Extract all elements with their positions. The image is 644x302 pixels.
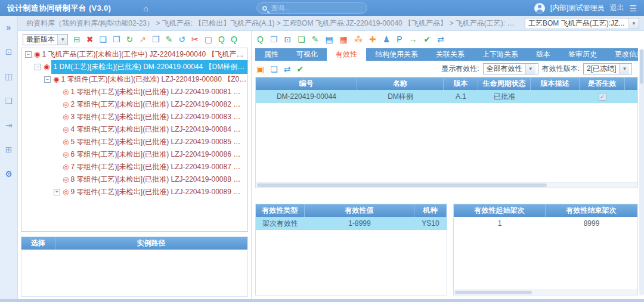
- desktop-icon[interactable]: ⊡: [5, 47, 13, 57]
- copy-add-icon[interactable]: ❐: [270, 35, 278, 44]
- forward-icon[interactable]: →: [409, 35, 417, 44]
- column-header[interactable]: 版本: [444, 77, 478, 90]
- find-in-doc-icon[interactable]: ⊡: [284, 35, 291, 44]
- select-region-icon[interactable]: ▢: [205, 35, 212, 44]
- copy-stack-icon[interactable]: ❏: [5, 96, 13, 105]
- horizontal-scrollbar[interactable]: [454, 289, 637, 295]
- column-header[interactable]: 选择: [21, 237, 55, 250]
- save-effectivity-icon[interactable]: ▣: [256, 64, 264, 74]
- column-header[interactable]: 有效性类型: [256, 204, 305, 217]
- edit-doc-icon[interactable]: ✎: [312, 35, 319, 44]
- checkbox-checked-icon[interactable]: ✓: [599, 93, 606, 101]
- column-header[interactable]: 机种: [414, 204, 447, 217]
- revert-icon[interactable]: ↺: [178, 35, 185, 44]
- user-avatar-icon[interactable]: [534, 3, 545, 14]
- export-icon[interactable]: ↗: [139, 35, 146, 44]
- paste-icon[interactable]: ❏: [298, 35, 305, 44]
- column-header[interactable]: 有效性值: [305, 204, 414, 217]
- vertical-scrollbar[interactable]: [639, 49, 644, 295]
- clipboard-icon[interactable]: ▤: [325, 35, 333, 44]
- tree-node[interactable]: −◉1 零组件(工艺)[未检出](已批准) LZJ-220419-00080 【…: [21, 73, 247, 86]
- tree-node[interactable]: ◎6 零组件(工艺)[未检出](已批准) LZJ-220419-00086 【P…: [21, 148, 247, 161]
- tree-node[interactable]: +◎9 零组件(工艺)[未检出](已批准) LZJ-220419-00089 【…: [21, 186, 247, 198]
- part-leaf-icon: ◎: [63, 123, 69, 136]
- refresh-icon[interactable]: ↻: [126, 35, 134, 44]
- add-file-icon[interactable]: ✚: [369, 35, 376, 44]
- tab-6[interactable]: 上下游关系: [473, 48, 527, 61]
- sync-icon[interactable]: ⇄: [437, 35, 444, 44]
- breadcrumb-bar: 的资料库（我的资料库/构型功能02-23） > 飞机产品: 【已检出】飞机产品(…: [18, 16, 644, 31]
- collapse-toggle-icon[interactable]: −: [44, 76, 51, 83]
- version-select[interactable]: 最新版本 ▼: [23, 34, 68, 45]
- add-effectivity-icon[interactable]: ❏: [270, 64, 278, 74]
- expand-panel-icon[interactable]: »: [7, 23, 11, 32]
- edit-icon[interactable]: ✎: [166, 35, 173, 44]
- tab-2[interactable]: 可视化: [287, 48, 327, 61]
- process-icon[interactable]: P: [397, 35, 402, 44]
- global-search-input[interactable]: 查询...: [256, 2, 367, 14]
- column-header[interactable]: 实例路径: [55, 237, 247, 250]
- bom-context-select[interactable]: 工艺BOM 飞机产品(工艺):JZ... ▼: [525, 18, 639, 29]
- transfer-icon[interactable]: ⇄: [284, 64, 291, 74]
- tab-4[interactable]: 结构使用关系: [366, 48, 427, 61]
- table-header-row: 有效性起始架次有效性结束架次: [454, 204, 637, 217]
- column-header[interactable]: 生命周期状态: [478, 77, 531, 90]
- tree-node[interactable]: ◎4 零组件(工艺)[未检出](已批准) LZJ-220419-00084 【P…: [21, 123, 247, 136]
- collapse-tree-icon[interactable]: ⊟: [73, 35, 80, 44]
- team-icon[interactable]: ♟: [383, 35, 391, 44]
- column-header[interactable]: 是否生效: [580, 77, 625, 90]
- user-settings-icon[interactable]: ⚙: [5, 169, 13, 179]
- effectivity-version-select[interactable]: 2[已冻结] ▼: [583, 63, 632, 74]
- column-header[interactable]: 有效性结束架次: [546, 204, 637, 217]
- tree-node[interactable]: ◎7 零组件(工艺)[未检出](已批准) LZJ-220419-00087 【P…: [21, 161, 247, 173]
- home-icon[interactable]: ⌂: [143, 4, 148, 13]
- tree-node[interactable]: ◎1 零组件(工艺)[未检出](已批准) LZJ-220419-00081 【P…: [21, 86, 247, 98]
- cut-icon[interactable]: ✂: [191, 35, 199, 44]
- approve-icon[interactable]: ✔: [424, 35, 431, 44]
- screen-user-icon[interactable]: ⊞: [5, 145, 13, 154]
- zoom-out-icon[interactable]: Q: [231, 35, 237, 44]
- tab-7[interactable]: 版本: [527, 48, 559, 61]
- save-as-icon[interactable]: ❐: [113, 35, 120, 44]
- logout-button[interactable]: 退出: [609, 3, 624, 13]
- horizontal-scrollbar[interactable]: [256, 182, 637, 188]
- table-row[interactable]: DM-220419-00044DM样例A.1已批准✓: [256, 90, 637, 103]
- collapse-toggle-icon[interactable]: −: [35, 64, 41, 70]
- tab-3[interactable]: 有效性: [327, 48, 366, 61]
- open-folder-icon[interactable]: ❒: [152, 35, 160, 44]
- hierarchy-icon[interactable]: ⁂: [354, 35, 363, 44]
- detail-toolbar: Q❐⊡❏✎▤▦⁂✚♟P→✔⇄: [255, 31, 638, 48]
- delete-icon[interactable]: ✖: [86, 35, 94, 44]
- menu-icon[interactable]: ☰: [629, 4, 637, 13]
- save-icon[interactable]: ▦: [340, 35, 348, 44]
- show-effectivity-select[interactable]: 全部有效性 ▼: [483, 63, 538, 74]
- table-row[interactable]: 18999: [454, 217, 637, 230]
- tree-node[interactable]: ◎2 零组件(工艺)[未检出](已批准) LZJ-220419-00082 【P…: [21, 98, 247, 111]
- column-header[interactable]: 版本描述: [531, 77, 580, 90]
- collapse-toggle-icon[interactable]: −: [25, 51, 32, 58]
- tab-1[interactable]: 属性: [255, 48, 287, 61]
- validate-icon[interactable]: ✔: [297, 64, 304, 74]
- table-row[interactable]: 架次有效性1-8999YS10: [256, 217, 447, 230]
- expand-toggle-icon[interactable]: +: [54, 189, 60, 195]
- tree-node[interactable]: ◎5 零组件(工艺)[未检出](已批准) LZJ-220419-00085 【P…: [21, 136, 247, 148]
- tree-node-label: 2 零组件(工艺)[未检出](已批准) LZJ-220419-00082 【P0…: [70, 98, 247, 111]
- column-header[interactable]: 名称: [357, 77, 444, 90]
- tree-node[interactable]: ◎8 零组件(工艺)[未检出](已批准) LZJ-220419-00088 【P…: [21, 173, 247, 186]
- package-icon[interactable]: ◫: [5, 71, 13, 81]
- tree-node[interactable]: ◎3 零组件(工艺)[未检出](已批准) LZJ-220419-00083 【P…: [21, 111, 247, 123]
- breadcrumb[interactable]: 的资料库（我的资料库/构型功能02-23） > 飞机产品: 【已检出】飞机产品(…: [26, 18, 519, 29]
- plugin-icon[interactable]: ⇥: [5, 120, 13, 130]
- detail-panel: Q❐⊡❏✎▤▦⁂✚♟P→✔⇄ 属性可视化有效性结构使用关系关联关系上下游关系版本…: [252, 31, 644, 299]
- save-version-icon[interactable]: ❏: [99, 35, 107, 44]
- tab-8[interactable]: 签审历史: [559, 48, 606, 61]
- tab-5[interactable]: 关联关系: [427, 48, 473, 61]
- column-header[interactable]: 编号: [256, 77, 357, 90]
- tree-node[interactable]: −◉1 DM(工艺)[未检出](已批准) DM-220419-00044 【DM…: [21, 61, 247, 73]
- tab-9[interactable]: 更改信息: [606, 48, 644, 61]
- column-header[interactable]: 有效性起始架次: [454, 204, 546, 217]
- tree-node[interactable]: −◉1 飞机产品(工艺)[未检出](工作中) JZ-220419-00040 【…: [21, 48, 247, 61]
- column-header[interactable]: [625, 77, 637, 90]
- zoom-in-icon[interactable]: Q: [218, 35, 225, 44]
- search-icon[interactable]: Q: [257, 35, 264, 44]
